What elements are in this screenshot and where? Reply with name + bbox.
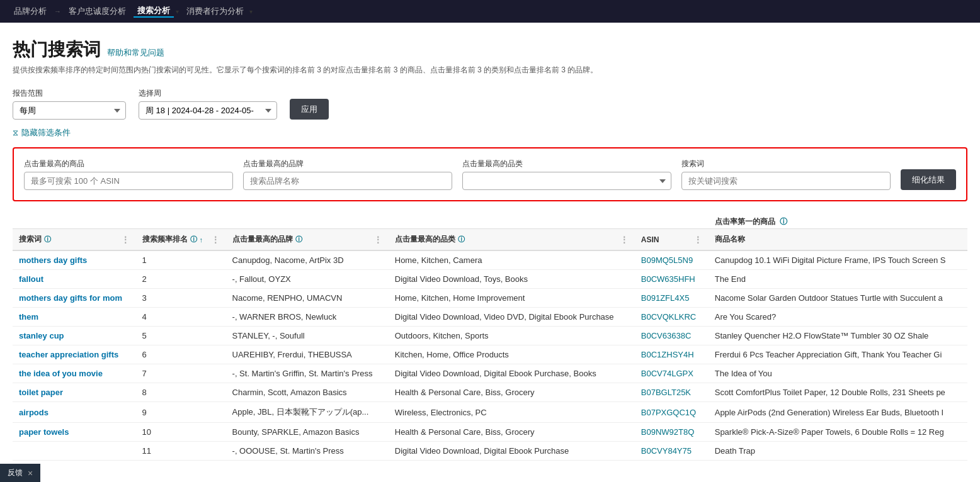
report-range-select[interactable]: 每周 每月 <box>13 101 126 120</box>
category-cell: Digital Video Download, Digital Ebook Pu… <box>389 442 635 461</box>
apply-button[interactable]: 应用 <box>290 99 329 120</box>
main-content: 热门搜索词 帮助和常见问题 提供按搜索频率排序的特定时间范围内热门搜索词的可见性… <box>0 23 980 467</box>
nav-customer-loyalty[interactable]: 客户忠诚度分析 <box>65 6 130 17</box>
asin-cell: B0C1ZHSY4H <box>635 345 709 364</box>
category-cell: Home, Kitchen, Home Improvement <box>389 289 635 308</box>
product-cell: Canupdog 10.1 WiFi Digital Picture Frame… <box>709 250 967 270</box>
nav-separator-1: → <box>54 8 61 15</box>
category-cell: Kitchen, Home, Office Products <box>389 345 635 364</box>
asin-link[interactable]: B07PXGQC1Q <box>641 408 696 417</box>
asin-link[interactable]: B0CVQKLKRC <box>641 312 696 322</box>
advanced-filter-toggle[interactable]: ⧖ 隐藏筛选条件 <box>13 127 967 138</box>
top-right-info-icon: ⓘ <box>780 217 787 226</box>
nav-consumer-behavior-link[interactable]: 消费者行为分析 <box>183 6 248 17</box>
product-cell: Nacome Solar Garden Outdoor Statues Turt… <box>709 289 967 308</box>
col-top-brand: 点击量最高的品牌 ⓘ ⋮ <box>226 229 389 251</box>
brand-cell: UAREHIBY, Frerdui, THEBUSSA <box>226 345 389 364</box>
asin-cell: B07BGLT25K <box>635 383 709 402</box>
top-category-label: 点击量最高的品类 <box>462 159 671 169</box>
asin-link[interactable]: B09MQ5L5N9 <box>641 255 693 265</box>
category-cell: Wireless, Electronics, PC <box>389 402 635 423</box>
category-cell: Outdoors, Kitchen, Sports <box>389 327 635 345</box>
top-brand-input[interactable] <box>243 172 452 190</box>
select-week-select[interactable]: 周 18 | 2024-04-28 - 2024-05- <box>139 101 277 120</box>
search-term-cell: toilet paper <box>13 383 136 402</box>
category-cell: Health & Personal Care, Biss, Grocery <box>389 383 635 402</box>
asin-link[interactable]: B09NW92T8Q <box>641 427 695 437</box>
product-cell: The End <box>709 270 967 289</box>
brand-cell: STANLEY, -, Soufull <box>226 327 389 345</box>
freq-rank-menu-icon[interactable]: ⋮ <box>211 235 220 245</box>
asin-cell: B0CV74LGPX <box>635 364 709 383</box>
product-cell: Frerdui 6 Pcs Teacher Appreciation Gift,… <box>709 345 967 364</box>
asin-cell: B0CVQKLKRC <box>635 308 709 327</box>
brand-cell: -, St. Martin's Griffin, St. Martin's Pr… <box>226 364 389 383</box>
brand-cell: Bounty, SPARKLE, Amazon Basics <box>226 423 389 442</box>
table-row: fallout 2 -, Fallout, OYZX Digital Video… <box>13 270 967 289</box>
category-cell: Digital Video Download, Video DVD, Digit… <box>389 308 635 327</box>
top-brand-info-icon[interactable]: ⓘ <box>295 235 302 244</box>
search-term-cell: teacher appreciation gifts <box>13 345 136 364</box>
top-brand-menu-icon[interactable]: ⋮ <box>373 235 382 245</box>
search-term-cell: them <box>13 308 136 327</box>
asin-link[interactable]: B07BGLT25K <box>641 388 691 397</box>
nav-search-analysis[interactable]: 搜索分析 ▾ <box>134 5 179 18</box>
filter-row: 报告范围 每周 每月 选择周 周 18 | 2024-04-28 - 2024-… <box>13 88 967 120</box>
product-cell: Stanley Quencher H2.O FlowState™ Tumbler… <box>709 327 967 345</box>
rank-cell: 3 <box>136 289 226 308</box>
asin-link[interactable]: B091ZFL4X5 <box>641 293 690 303</box>
rank-cell: 2 <box>136 270 226 289</box>
search-term-info-icon[interactable]: ⓘ <box>44 235 51 244</box>
top-label-spacer <box>13 214 709 229</box>
search-term-menu-icon[interactable]: ⋮ <box>121 235 130 245</box>
top-category-info-icon[interactable]: ⓘ <box>458 235 465 244</box>
top-category-select[interactable] <box>462 172 671 190</box>
search-term-cell: mothers day gifts for mom <box>13 289 136 308</box>
nav-brand-analysis[interactable]: 品牌分析 <box>10 6 50 17</box>
search-term-cell: mothers day gifts <box>13 250 136 270</box>
product-cell: The Idea of You <box>709 364 967 383</box>
table-row: the idea of you movie 7 -, St. Martin's … <box>13 364 967 383</box>
select-week-group: 选择周 周 18 | 2024-04-28 - 2024-05- <box>139 88 277 120</box>
table-row: stanley cup 5 STANLEY, -, Soufull Outdoo… <box>13 327 967 345</box>
freq-rank-info-icon[interactable]: ⓘ <box>190 235 197 244</box>
report-range-group: 报告范围 每周 每月 <box>13 88 126 120</box>
nav-search-analysis-link[interactable]: 搜索分析 <box>134 5 174 18</box>
col-search-freq-rank: 搜索频率排名 ⓘ ↑ ⋮ <box>136 229 226 251</box>
brand-cell: Charmin, Scott, Amazon Basics <box>226 383 389 402</box>
table-row: 11 -, OOOUSE, St. Martin's Press Digital… <box>13 442 967 461</box>
top-category-menu-icon[interactable]: ⋮ <box>620 235 629 245</box>
asin-link[interactable]: B0CVY84Y75 <box>641 446 692 456</box>
help-link[interactable]: 帮助和常见问题 <box>107 47 164 59</box>
brand-cell: Nacome, RENPHO, UMACVN <box>226 289 389 308</box>
table-row: airpods 9 Apple, JBL, 日本製靴下アップル(ap... Wi… <box>13 402 967 423</box>
search-term-cell: airpods <box>13 402 136 423</box>
table-row: mothers day gifts for mom 3 Nacome, RENP… <box>13 289 967 308</box>
report-range-label: 报告范围 <box>13 88 126 99</box>
asin-cell: B09MQ5L5N9 <box>635 250 709 270</box>
page-title-row: 热门搜索词 帮助和常见问题 <box>13 38 967 62</box>
freq-rank-sort-icon[interactable]: ↑ <box>200 236 203 244</box>
nav-consumer-behavior[interactable]: 消费者行为分析 ▾ <box>183 6 253 17</box>
asin-link[interactable]: B0CV74LGPX <box>641 369 693 378</box>
asin-menu-icon[interactable]: ⋮ <box>693 235 702 245</box>
brand-cell: -, OOOUSE, St. Martin's Press <box>226 442 389 461</box>
refine-button[interactable]: 细化结果 <box>901 169 956 190</box>
feedback-bar: 反馈 × <box>0 464 40 467</box>
top-brand-label: 点击量最高的品牌 <box>243 159 452 169</box>
asin-link[interactable]: B0CW635HFH <box>641 274 695 284</box>
search-term-group: 搜索词 <box>681 159 891 190</box>
asin-link[interactable]: B0CV63638C <box>641 331 692 340</box>
asin-link[interactable]: B0C1ZHSY4H <box>641 350 694 359</box>
rank-cell: 10 <box>136 423 226 442</box>
product-cell: Death Trap <box>709 442 967 461</box>
top-product-input[interactable] <box>24 172 233 190</box>
top-right-header: 点击率第一的商品 ⓘ <box>709 214 967 229</box>
rank-cell: 7 <box>136 364 226 383</box>
page-title: 热门搜索词 <box>13 38 101 62</box>
rank-cell: 6 <box>136 345 226 364</box>
select-week-label: 选择周 <box>139 88 277 99</box>
filter-icon: ⧖ <box>13 128 18 138</box>
search-term-input[interactable] <box>681 172 891 190</box>
advanced-filter-label: 隐藏筛选条件 <box>21 127 71 138</box>
